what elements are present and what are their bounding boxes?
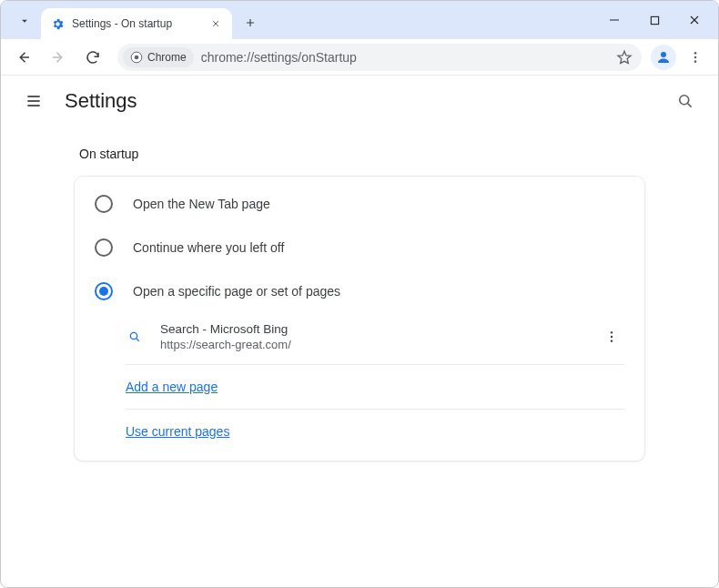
svg-point-11: [611, 340, 613, 341]
tab-close-button[interactable]: [208, 16, 223, 31]
hamburger-menu-button[interactable]: [17, 85, 50, 117]
radio-icon: [95, 282, 113, 300]
divider: [126, 364, 624, 365]
site-info-chip[interactable]: Chrome: [123, 47, 194, 67]
svg-point-10: [611, 336, 613, 338]
add-new-page-link[interactable]: Add a new page: [126, 380, 218, 394]
svg-point-3: [661, 52, 666, 57]
omnibox[interactable]: Chrome chrome://settings/onStartup: [117, 44, 642, 71]
bookmark-button[interactable]: [616, 49, 633, 66]
chrome-logo-icon: [130, 51, 143, 64]
reload-icon: [85, 49, 101, 66]
use-current-pages-link[interactable]: Use current pages: [126, 424, 229, 439]
startup-page-row: Search - Microsoft Bing https://search-g…: [126, 313, 624, 360]
hamburger-icon: [25, 92, 43, 110]
kebab-icon: [604, 329, 619, 344]
radio-icon: [95, 238, 113, 257]
forward-button[interactable]: [43, 42, 74, 73]
svg-point-5: [694, 56, 697, 58]
search-icon: [676, 92, 694, 110]
kebab-icon: [688, 50, 703, 65]
divider: [126, 409, 624, 410]
radio-open-specific[interactable]: Open a specific page or set of pages: [75, 269, 644, 313]
radio-label: Continue where you left off: [133, 240, 284, 255]
browser-toolbar: Chrome chrome://settings/onStartup: [1, 39, 718, 76]
search-icon: [126, 329, 144, 344]
radio-continue[interactable]: Continue where you left off: [75, 226, 644, 269]
new-tab-button[interactable]: [238, 10, 263, 35]
on-startup-card: Open the New Tab page Continue where you…: [74, 176, 645, 461]
window-controls: [594, 1, 714, 39]
arrow-right-icon: [50, 49, 66, 66]
chevron-down-icon: [18, 15, 31, 27]
minimize-icon: [609, 15, 620, 25]
radio-open-new-tab[interactable]: Open the New Tab page: [75, 182, 644, 226]
startup-page-url: https://search-great.com/: [160, 338, 582, 351]
svg-rect-0: [651, 16, 658, 24]
startup-page-menu-button[interactable]: [599, 324, 624, 350]
window-close-button[interactable]: [674, 5, 714, 35]
startup-page-title: Search - Microsoft Bing: [160, 322, 582, 336]
radio-icon: [95, 195, 113, 213]
profile-button[interactable]: [651, 45, 676, 70]
settings-header: Settings: [1, 76, 718, 127]
svg-point-8: [130, 332, 137, 339]
close-icon: [689, 15, 700, 25]
svg-point-7: [680, 96, 689, 105]
svg-point-6: [694, 60, 697, 63]
radio-label: Open the New Tab page: [133, 197, 270, 211]
star-icon: [616, 49, 633, 66]
browser-tab[interactable]: Settings - On startup: [41, 8, 232, 39]
tab-search-dropdown[interactable]: [12, 8, 37, 34]
add-new-page-row: Add a new page: [126, 369, 624, 405]
maximize-icon: [650, 15, 660, 25]
radio-label: Open a specific page or set of pages: [133, 284, 340, 299]
settings-content: On startup Open the New Tab page Continu…: [1, 127, 718, 587]
back-button[interactable]: [8, 42, 39, 73]
section-title: On startup: [79, 147, 645, 161]
reload-button[interactable]: [77, 42, 108, 73]
tab-title: Settings - On startup: [72, 17, 201, 30]
window-maximize-button[interactable]: [634, 5, 674, 35]
site-chip-label: Chrome: [147, 51, 187, 64]
omnibox-url: chrome://settings/onStartup: [201, 50, 609, 65]
browser-menu-button[interactable]: [680, 42, 711, 73]
svg-point-4: [694, 52, 697, 55]
settings-search-button[interactable]: [669, 85, 702, 117]
svg-point-9: [611, 331, 613, 333]
close-icon: [211, 19, 220, 28]
settings-gear-icon: [50, 16, 65, 31]
page-title: Settings: [65, 89, 137, 113]
window-minimize-button[interactable]: [594, 5, 634, 35]
titlebar: Settings - On startup: [1, 1, 718, 39]
use-current-pages-row: Use current pages: [126, 413, 624, 450]
person-icon: [655, 49, 672, 66]
svg-point-2: [135, 55, 139, 59]
plus-icon: [244, 16, 257, 29]
arrow-left-icon: [15, 49, 32, 66]
